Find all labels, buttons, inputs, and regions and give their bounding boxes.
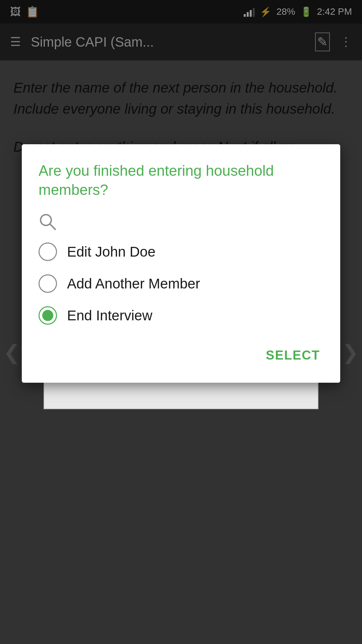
- option-label-end-interview: End Interview: [67, 308, 152, 324]
- dialog: Are you finished entering household memb…: [22, 144, 340, 383]
- option-label-add-another-member: Add Another Member: [67, 276, 200, 292]
- radio-edit-john-doe[interactable]: [39, 243, 57, 261]
- option-label-edit-john-doe: Edit John Doe: [67, 244, 156, 260]
- search-icon-container: [39, 213, 323, 232]
- radio-options: Edit John Doe Add Another Member End Int…: [39, 243, 323, 325]
- search-icon: [39, 213, 57, 231]
- option-add-another-member[interactable]: Add Another Member: [39, 274, 323, 293]
- option-end-interview[interactable]: End Interview: [39, 306, 323, 325]
- svg-line-1: [50, 224, 55, 229]
- radio-end-interview[interactable]: [39, 306, 57, 325]
- radio-add-another-member[interactable]: [39, 274, 57, 293]
- dialog-actions: SELECT: [39, 345, 323, 366]
- select-button[interactable]: SELECT: [262, 345, 323, 366]
- dialog-title: Are you finished entering household memb…: [39, 161, 323, 199]
- option-edit-john-doe[interactable]: Edit John Doe: [39, 243, 323, 261]
